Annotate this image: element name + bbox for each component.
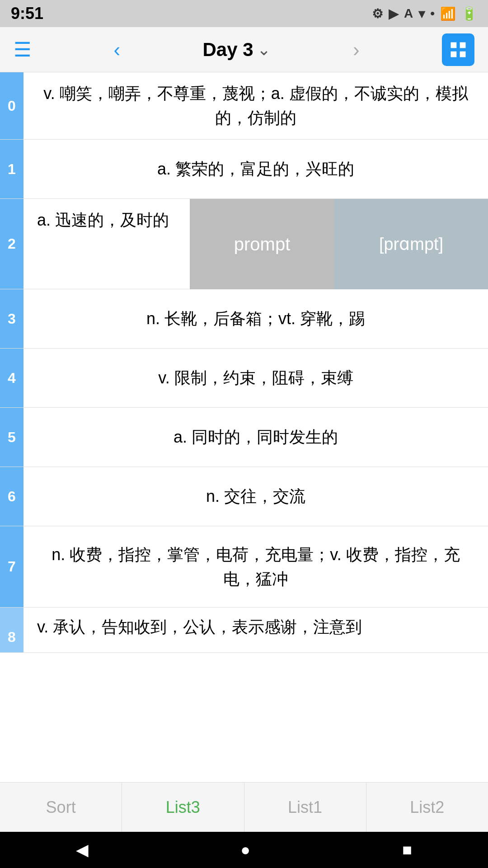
tab-list1[interactable]: List1 [244, 783, 366, 832]
recent-button[interactable]: ■ [402, 840, 412, 859]
back-button[interactable]: ◀ [76, 840, 89, 859]
svg-rect-3 [460, 51, 466, 57]
status-bar: 9:51 ⚙ ▶ A ▾ • 📶 🔋 [0, 0, 488, 27]
word-def-1: a. 繁荣的，富足的，兴旺的 [23, 148, 488, 190]
dropdown-icon: ⌄ [257, 40, 271, 59]
back-nav-icon[interactable]: ‹ [113, 38, 120, 61]
bottom-tab-bar: Sort List3 List1 List2 [0, 782, 488, 832]
word-def-3: n. 长靴，后备箱；vt. 穿靴，踢 [23, 297, 488, 340]
word-index-7: 7 [0, 526, 23, 607]
forward-nav-icon[interactable]: › [353, 38, 360, 61]
word-row[interactable]: 3 n. 长靴，后备箱；vt. 穿靴，踢 [0, 289, 488, 349]
word-def-4: v. 限制，约束，阻碍，束缚 [23, 357, 488, 399]
popup-overlay[interactable]: prompt [prɑmpt] [190, 199, 488, 289]
word-def-5: a. 同时的，同时发生的 [23, 416, 488, 458]
signal-icon: 📶 [440, 6, 456, 21]
wifi-icon: ▾ [418, 6, 425, 21]
menu-icon[interactable]: ☰ [14, 40, 31, 60]
battery-icon: 🔋 [461, 6, 477, 21]
system-nav-bar: ◀ ● ■ [0, 832, 488, 868]
word-index-4: 4 [0, 349, 23, 407]
word-def-6: n. 交往，交流 [23, 475, 488, 518]
word-index-1: 1 [0, 140, 23, 198]
word-list: 0 v. 嘲笑，嘲弄，不尊重，蔑视；a. 虚假的，不诚实的，模拟的，仿制的 1 … [0, 72, 488, 653]
word-row[interactable]: 1 a. 繁荣的，富足的，兴旺的 [0, 140, 488, 199]
grid-view-button[interactable] [442, 33, 474, 66]
status-icons: ⚙ ▶ A ▾ • 📶 🔋 [372, 6, 477, 21]
dot-icon: • [430, 6, 435, 21]
svg-rect-2 [450, 51, 456, 57]
popup-word[interactable]: prompt [190, 199, 334, 289]
settings-icon: ⚙ [372, 6, 383, 21]
nav-bar: ☰ ‹ Day 3 ⌄ › [0, 27, 488, 72]
word-index-2: 2 [0, 199, 23, 289]
word-index-5: 5 [0, 408, 23, 467]
home-button[interactable]: ● [240, 840, 250, 859]
word-def-7: n. 收费，指控，掌管，电荷，充电量；v. 收费，指控，充电，猛冲 [23, 533, 488, 600]
word-row[interactable]: 0 v. 嘲笑，嘲弄，不尊重，蔑视；a. 虚假的，不诚实的，模拟的，仿制的 [0, 72, 488, 140]
svg-rect-0 [450, 42, 456, 48]
word-def-0: v. 嘲笑，嘲弄，不尊重，蔑视；a. 虚假的，不诚实的，模拟的，仿制的 [23, 72, 488, 139]
popup-phonetic: [prɑmpt] [334, 199, 488, 289]
tab-list3[interactable]: List3 [122, 783, 244, 832]
word-index-8: 8 [0, 608, 23, 653]
word-row[interactable]: 6 n. 交往，交流 [0, 467, 488, 526]
word-row-2[interactable]: 2 a. 迅速的，及时的 prompt [prɑmpt] [0, 199, 488, 289]
nav-title: Day 3 [202, 39, 253, 61]
word-def-8: v. 承认，告知收到，公认，表示感谢，注意到 [23, 608, 488, 652]
tab-list2[interactable]: List2 [366, 783, 488, 832]
svg-rect-1 [460, 42, 466, 48]
word-row-8[interactable]: 8 v. 承认，告知收到，公认，表示感谢，注意到 [0, 608, 488, 653]
word-row[interactable]: 4 v. 限制，约束，阻碍，束缚 [0, 349, 488, 408]
status-time: 9:51 [11, 4, 43, 23]
tab-sort[interactable]: Sort [0, 783, 122, 832]
word-index-3: 3 [0, 289, 23, 348]
word-index-0: 0 [0, 72, 23, 139]
font-icon: A [404, 6, 413, 21]
nav-title-area[interactable]: Day 3 ⌄ [202, 39, 270, 61]
word-row[interactable]: 5 a. 同时的，同时发生的 [0, 408, 488, 467]
play-icon: ▶ [389, 6, 399, 21]
word-row[interactable]: 7 n. 收费，指控，掌管，电荷，充电量；v. 收费，指控，充电，猛冲 [0, 526, 488, 608]
word-index-6: 6 [0, 467, 23, 526]
